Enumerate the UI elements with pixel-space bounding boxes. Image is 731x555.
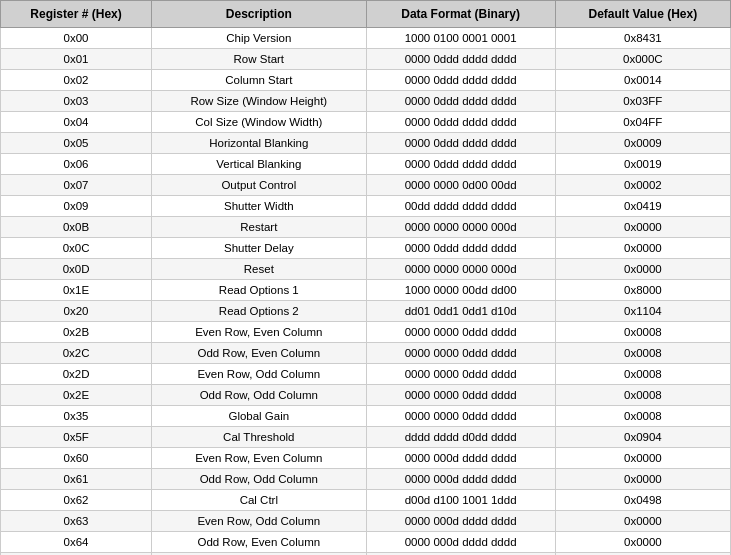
table-cell-r14-c0: 0x2B: [1, 322, 152, 343]
table-cell-r14-c2: 0000 0000 0ddd dddd: [366, 322, 555, 343]
table-cell-r18-c1: Global Gain: [152, 406, 366, 427]
table-cell-r24-c3: 0x0000: [555, 532, 730, 553]
table-cell-r14-c3: 0x0008: [555, 322, 730, 343]
table-cell-r23-c0: 0x63: [1, 511, 152, 532]
table-cell-r18-c3: 0x0008: [555, 406, 730, 427]
table-cell-r4-c2: 0000 0ddd dddd dddd: [366, 112, 555, 133]
table-cell-r5-c2: 0000 0ddd dddd dddd: [366, 133, 555, 154]
table-cell-r15-c1: Odd Row, Even Column: [152, 343, 366, 364]
column-header-3: Default Value (Hex): [555, 1, 730, 28]
table-row: 0x2EOdd Row, Odd Column0000 0000 0ddd dd…: [1, 385, 731, 406]
table-cell-r21-c3: 0x0000: [555, 469, 730, 490]
table-cell-r19-c2: dddd dddd d0dd dddd: [366, 427, 555, 448]
table-row: 0x20Read Options 2dd01 0dd1 0dd1 d10d0x1…: [1, 301, 731, 322]
table-cell-r2-c3: 0x0014: [555, 70, 730, 91]
table-cell-r5-c3: 0x0009: [555, 133, 730, 154]
table-row: 0x62Cal Ctrld00d d100 1001 1ddd0x0498: [1, 490, 731, 511]
table-cell-r10-c2: 0000 0ddd dddd dddd: [366, 238, 555, 259]
table-cell-r16-c1: Even Row, Odd Column: [152, 364, 366, 385]
table-row: 0x07Output Control0000 0000 0d00 00dd0x0…: [1, 175, 731, 196]
table-cell-r7-c2: 0000 0000 0d00 00dd: [366, 175, 555, 196]
table-row: 0x63Even Row, Odd Column0000 000d dddd d…: [1, 511, 731, 532]
table-cell-r2-c1: Column Start: [152, 70, 366, 91]
table-cell-r0-c0: 0x00: [1, 28, 152, 49]
table-row: 0x61Odd Row, Odd Column0000 000d dddd dd…: [1, 469, 731, 490]
table-row: 0x2COdd Row, Even Column0000 0000 0ddd d…: [1, 343, 731, 364]
column-header-1: Description: [152, 1, 366, 28]
table-cell-r8-c0: 0x09: [1, 196, 152, 217]
table-cell-r19-c0: 0x5F: [1, 427, 152, 448]
table-cell-r2-c0: 0x02: [1, 70, 152, 91]
table-cell-r11-c3: 0x0000: [555, 259, 730, 280]
table-cell-r18-c0: 0x35: [1, 406, 152, 427]
table-cell-r17-c0: 0x2E: [1, 385, 152, 406]
table-row: 0x02Column Start0000 0ddd dddd dddd0x001…: [1, 70, 731, 91]
table-cell-r7-c3: 0x0002: [555, 175, 730, 196]
table-row: 0x2BEven Row, Even Column0000 0000 0ddd …: [1, 322, 731, 343]
table-cell-r22-c0: 0x62: [1, 490, 152, 511]
table-cell-r15-c2: 0000 0000 0ddd dddd: [366, 343, 555, 364]
table-cell-r10-c1: Shutter Delay: [152, 238, 366, 259]
table-cell-r13-c0: 0x20: [1, 301, 152, 322]
table-cell-r24-c1: Odd Row, Even Column: [152, 532, 366, 553]
table-row: 0x03Row Size (Window Height)0000 0ddd dd…: [1, 91, 731, 112]
table-row: 0x04Col Size (Window Width)0000 0ddd ddd…: [1, 112, 731, 133]
table-cell-r20-c0: 0x60: [1, 448, 152, 469]
table-cell-r12-c2: 1000 0000 00dd dd00: [366, 280, 555, 301]
table-row: 0x2DEven Row, Odd Column0000 0000 0ddd d…: [1, 364, 731, 385]
table-cell-r3-c1: Row Size (Window Height): [152, 91, 366, 112]
table-cell-r19-c1: Cal Threshold: [152, 427, 366, 448]
table-cell-r2-c2: 0000 0ddd dddd dddd: [366, 70, 555, 91]
table-cell-r15-c0: 0x2C: [1, 343, 152, 364]
table-cell-r3-c2: 0000 0ddd dddd dddd: [366, 91, 555, 112]
table-cell-r23-c2: 0000 000d dddd dddd: [366, 511, 555, 532]
table-cell-r6-c2: 0000 0ddd dddd dddd: [366, 154, 555, 175]
table-cell-r10-c0: 0x0C: [1, 238, 152, 259]
table-cell-r13-c2: dd01 0dd1 0dd1 d10d: [366, 301, 555, 322]
table-cell-r17-c3: 0x0008: [555, 385, 730, 406]
table-cell-r0-c1: Chip Version: [152, 28, 366, 49]
table-cell-r19-c3: 0x0904: [555, 427, 730, 448]
table-cell-r1-c1: Row Start: [152, 49, 366, 70]
table-cell-r7-c0: 0x07: [1, 175, 152, 196]
table-cell-r13-c3: 0x1104: [555, 301, 730, 322]
table-cell-r12-c0: 0x1E: [1, 280, 152, 301]
table-cell-r12-c1: Read Options 1: [152, 280, 366, 301]
table-cell-r6-c0: 0x06: [1, 154, 152, 175]
table-row: 0x5FCal Thresholddddd dddd d0dd dddd0x09…: [1, 427, 731, 448]
table-cell-r1-c0: 0x01: [1, 49, 152, 70]
table-cell-r20-c2: 0000 000d dddd dddd: [366, 448, 555, 469]
table-row: 0x06Vertical Blanking0000 0ddd dddd dddd…: [1, 154, 731, 175]
table-cell-r13-c1: Read Options 2: [152, 301, 366, 322]
table-cell-r11-c1: Reset: [152, 259, 366, 280]
table-row: 0x0CShutter Delay0000 0ddd dddd dddd0x00…: [1, 238, 731, 259]
column-header-2: Data Format (Binary): [366, 1, 555, 28]
table-cell-r12-c3: 0x8000: [555, 280, 730, 301]
register-table: Register # (Hex)DescriptionData Format (…: [0, 0, 731, 555]
table-cell-r3-c0: 0x03: [1, 91, 152, 112]
table-cell-r17-c1: Odd Row, Odd Column: [152, 385, 366, 406]
table-cell-r17-c2: 0000 0000 0ddd dddd: [366, 385, 555, 406]
table-cell-r9-c0: 0x0B: [1, 217, 152, 238]
table-row: 0x35Global Gain0000 0000 0ddd dddd0x0008: [1, 406, 731, 427]
table-cell-r22-c3: 0x0498: [555, 490, 730, 511]
table-cell-r7-c1: Output Control: [152, 175, 366, 196]
table-cell-r9-c1: Restart: [152, 217, 366, 238]
table-cell-r4-c3: 0x04FF: [555, 112, 730, 133]
table-cell-r11-c2: 0000 0000 0000 000d: [366, 259, 555, 280]
table-cell-r9-c2: 0000 0000 0000 000d: [366, 217, 555, 238]
table-row: 0x60Even Row, Even Column0000 000d dddd …: [1, 448, 731, 469]
table-row: 0x0BRestart0000 0000 0000 000d0x0000: [1, 217, 731, 238]
table-cell-r22-c2: d00d d100 1001 1ddd: [366, 490, 555, 511]
table-cell-r5-c1: Horizontal Blanking: [152, 133, 366, 154]
table-cell-r21-c2: 0000 000d dddd dddd: [366, 469, 555, 490]
table-cell-r10-c3: 0x0000: [555, 238, 730, 259]
table-cell-r11-c0: 0x0D: [1, 259, 152, 280]
table-cell-r21-c1: Odd Row, Odd Column: [152, 469, 366, 490]
table-cell-r4-c0: 0x04: [1, 112, 152, 133]
table-row: 0x01Row Start0000 0ddd dddd dddd0x000C: [1, 49, 731, 70]
table-cell-r24-c2: 0000 000d dddd dddd: [366, 532, 555, 553]
table-cell-r20-c1: Even Row, Even Column: [152, 448, 366, 469]
table-cell-r0-c2: 1000 0100 0001 0001: [366, 28, 555, 49]
table-cell-r8-c1: Shutter Width: [152, 196, 366, 217]
